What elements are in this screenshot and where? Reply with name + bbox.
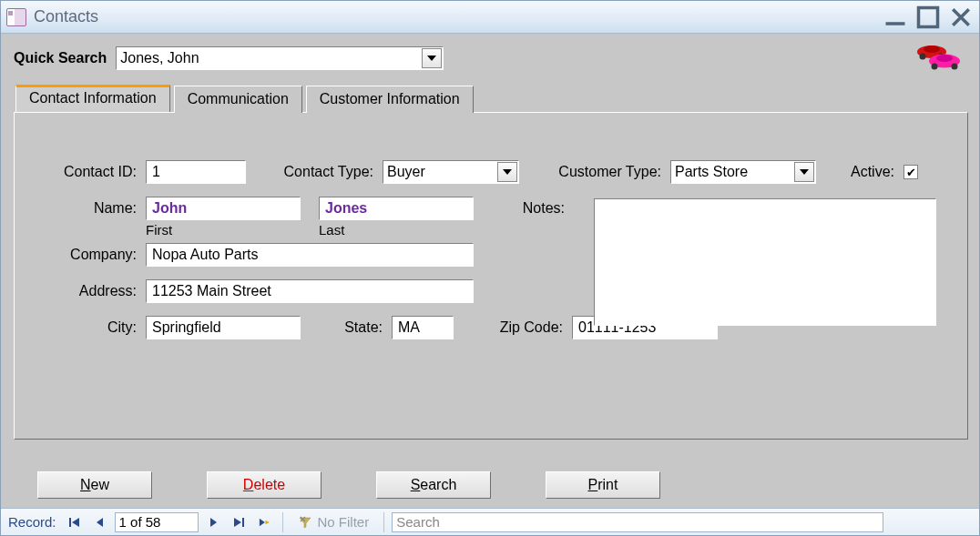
state-input[interactable]: [396, 319, 449, 337]
record-position-box[interactable]: 1 of 58: [115, 512, 199, 532]
notes-label: Notes:: [483, 197, 574, 217]
customer-type-combo[interactable]: Parts Store: [670, 160, 816, 184]
svg-point-7: [936, 55, 953, 62]
quick-search-combo[interactable]: Jones, John: [116, 46, 444, 70]
titlebar: Contacts: [1, 1, 979, 34]
filter-text: No Filter: [318, 514, 370, 530]
filter-icon: [298, 515, 312, 530]
last-name-input[interactable]: [323, 199, 469, 217]
svg-rect-0: [886, 22, 905, 25]
close-button[interactable]: [948, 7, 974, 27]
company-label: Company:: [35, 247, 146, 263]
first-name-field[interactable]: [146, 197, 301, 220]
address-input[interactable]: [150, 282, 469, 300]
svg-point-4: [920, 54, 926, 60]
tab-communication[interactable]: Communication: [174, 86, 302, 113]
tab-customer-information[interactable]: Customer Information: [306, 86, 474, 113]
nav-new-icon[interactable]: [253, 511, 275, 533]
maximize-button[interactable]: [915, 7, 941, 27]
new-btn-rest: ew: [91, 477, 109, 492]
contact-type-combo[interactable]: Buyer: [383, 160, 519, 184]
minimize-button[interactable]: [883, 7, 908, 27]
tab-control: Contact Information Communication Custom…: [14, 85, 968, 462]
first-name-sublabel: First: [146, 222, 301, 238]
city-field[interactable]: [146, 316, 301, 339]
filter-indicator[interactable]: No Filter: [291, 514, 377, 530]
company-field[interactable]: [146, 243, 474, 267]
first-name-input[interactable]: [150, 199, 296, 217]
state-label: State:: [301, 319, 392, 336]
tab-strip: Contact Information Communication Custom…: [14, 85, 968, 112]
new-button[interactable]: New: [37, 471, 152, 499]
record-navigator: Record: 1 of 58 No Filter Sear: [1, 508, 979, 535]
contact-type-value: Buyer: [387, 164, 425, 180]
notes-textarea[interactable]: [594, 198, 936, 326]
svg-point-3: [924, 46, 940, 53]
svg-rect-11: [242, 518, 244, 527]
cars-logo-icon: [914, 39, 965, 76]
record-label: Record:: [5, 514, 60, 530]
nav-first-icon[interactable]: [64, 511, 86, 533]
contact-id-field[interactable]: [146, 160, 246, 184]
form-icon: [6, 8, 26, 26]
record-position: 1 of 58: [119, 514, 161, 530]
nav-next-icon[interactable]: [202, 511, 224, 533]
last-name-field[interactable]: [319, 197, 474, 220]
state-field[interactable]: [392, 316, 454, 339]
quick-search-row: Quick Search Jones, John: [14, 46, 968, 70]
action-button-row: New Delete Search Print: [14, 462, 968, 508]
zip-label: Zip Code:: [454, 319, 572, 336]
city-input[interactable]: [150, 319, 296, 337]
quick-search-value: Jones, John: [120, 50, 199, 66]
contact-id-input[interactable]: [150, 163, 241, 181]
name-label: Name:: [35, 197, 146, 217]
quick-search-label: Quick Search: [14, 50, 107, 66]
contact-type-label: Contact Type:: [246, 164, 383, 180]
nav-last-icon[interactable]: [228, 511, 250, 533]
window-title: Contacts: [34, 7, 98, 26]
tab-contact-information[interactable]: Contact Information: [15, 85, 170, 112]
dropdown-icon[interactable]: [497, 162, 517, 182]
active-checkbox[interactable]: ✔: [903, 165, 918, 179]
address-field[interactable]: [146, 279, 474, 303]
delete-button[interactable]: Delete: [207, 471, 322, 499]
svg-rect-10: [69, 518, 71, 527]
city-label: City:: [35, 319, 146, 336]
svg-rect-1: [919, 7, 938, 26]
form-body: Quick Search Jones, John Contact Informa…: [1, 34, 979, 508]
active-label: Active:: [816, 164, 903, 180]
checkmark-icon: ✔: [906, 167, 916, 178]
contacts-window: Contacts: [0, 0, 980, 536]
print-button[interactable]: Print: [546, 471, 660, 499]
dropdown-icon[interactable]: [422, 48, 442, 68]
dropdown-icon[interactable]: [794, 162, 814, 182]
search-button[interactable]: Search: [376, 471, 491, 499]
last-name-sublabel: Last: [319, 222, 474, 238]
contact-id-label: Contact ID:: [35, 164, 146, 180]
svg-point-9: [952, 64, 958, 70]
customer-type-value: Parts Store: [675, 164, 748, 180]
svg-point-8: [932, 64, 938, 70]
nav-search-box[interactable]: Search: [392, 512, 883, 532]
nav-prev-icon[interactable]: [89, 511, 111, 533]
nav-search-placeholder: Search: [396, 514, 440, 530]
row-ids: Contact ID: Contact Type: Buyer Customer…: [35, 160, 947, 184]
tab-panel-contact-information: Contact ID: Contact Type: Buyer Customer…: [14, 112, 968, 440]
address-label: Address:: [35, 283, 146, 299]
company-input[interactable]: [150, 246, 469, 264]
customer-type-label: Customer Type:: [519, 164, 670, 180]
